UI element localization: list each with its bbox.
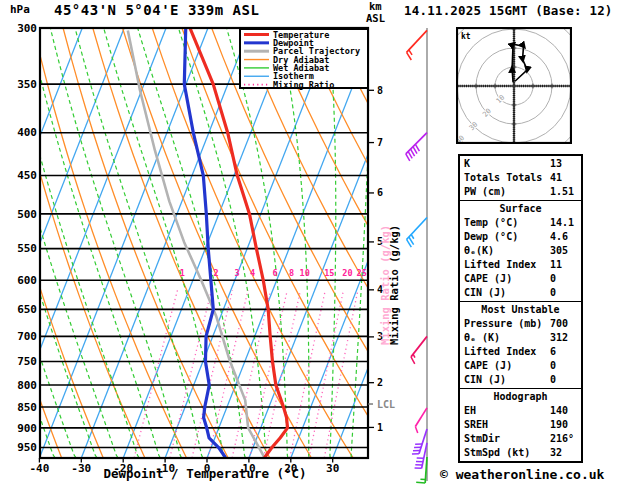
legend: TemperatureDewpointParcel TrajectoryDry …	[240, 29, 368, 90]
table-row-value: 0	[550, 373, 556, 387]
table-row-label: Lifted Index	[464, 258, 550, 272]
table-row-label: K	[464, 157, 550, 171]
table-row-label: StmSpd (kt)	[464, 446, 550, 460]
table-row: θₑ (K)312	[460, 331, 581, 345]
table-row-value: 6	[550, 345, 556, 359]
table-row: Lifted Index6	[460, 345, 581, 359]
table-row-label: CIN (J)	[464, 286, 550, 300]
table-row-value: 0	[550, 286, 556, 300]
table-row: Temp (°C)14.1	[460, 216, 581, 230]
table-section-header: Surface	[460, 202, 581, 216]
svg-text:4: 4	[250, 268, 255, 278]
svg-text:6: 6	[377, 187, 383, 198]
table-row: StmDir216°	[460, 432, 581, 446]
table-row: CIN (J)0	[460, 373, 581, 387]
sounding-app: hPa 45°43'N 5°04'E 339m ASL km ASL 14.11…	[0, 0, 629, 486]
svg-text:300: 300	[17, 22, 37, 35]
table-row: EH140	[460, 404, 581, 418]
table-row-label: CIN (J)	[464, 373, 550, 387]
table-row: Totals Totals41	[460, 171, 581, 185]
table-row-label: θₑ (K)	[464, 331, 550, 345]
table-row-label: PW (cm)	[464, 185, 550, 199]
table-section-header: Hodograph	[460, 390, 581, 404]
table-row: PW (cm)1.51	[460, 185, 581, 199]
svg-text:2: 2	[377, 377, 383, 388]
table-row-label: EH	[464, 404, 550, 418]
table-row-label: Totals Totals	[464, 171, 550, 185]
svg-text:400: 400	[17, 126, 37, 139]
credit-footer: © weatheronline.co.uk	[440, 467, 604, 482]
table-row-value: 190	[550, 418, 568, 432]
table-row: SREH190	[460, 418, 581, 432]
table-row-label: CAPE (J)	[464, 272, 550, 286]
table-section: HodographEH140SREH190StmDir216°StmSpd (k…	[460, 388, 581, 461]
table-row-value: 14.1	[550, 216, 574, 230]
wind-barb	[415, 408, 427, 433]
svg-text:1: 1	[377, 422, 383, 433]
table-row-label: Dewp (°C)	[464, 230, 550, 244]
table-row-value: 140	[550, 404, 568, 418]
table-row-value: 41	[550, 171, 562, 185]
table-row-value: 13	[550, 157, 562, 171]
table-row-value: 700	[550, 317, 568, 331]
svg-text:8: 8	[289, 268, 294, 278]
table-row: CIN (J)0	[460, 286, 581, 300]
svg-text:850: 850	[17, 401, 37, 414]
table-row-label: CAPE (J)	[464, 359, 550, 373]
table-row-value: 312	[550, 331, 568, 345]
svg-text:25: 25	[357, 268, 367, 278]
sounding-curves	[128, 28, 288, 458]
svg-text:800: 800	[17, 379, 37, 392]
hodograph-panel: 10203040kt	[456, 27, 572, 144]
table-row-value: 1.51	[550, 185, 574, 199]
svg-text:7: 7	[377, 137, 383, 148]
table-row-label: Pressure (mb)	[464, 317, 550, 331]
table-section: SurfaceTemp (°C)14.1Dewp (°C)4.6θₑ(K)305…	[460, 200, 581, 301]
wind-barb-column	[406, 28, 427, 483]
table-row-value: 32	[550, 446, 562, 460]
svg-text:500: 500	[17, 208, 37, 221]
svg-text:8: 8	[377, 85, 383, 96]
svg-text:6: 6	[272, 268, 277, 278]
table-row: θₑ(K)305	[460, 244, 581, 258]
table-row-value: 4.6	[550, 230, 568, 244]
svg-text:15: 15	[324, 268, 334, 278]
table-row: Lifted Index11	[460, 258, 581, 272]
table-section: K13Totals Totals41PW (cm)1.51	[460, 156, 581, 200]
wind-barb	[407, 30, 427, 60]
svg-text:Mixing Ratio: Mixing Ratio	[273, 80, 334, 90]
table-row-value: 11	[550, 258, 562, 272]
svg-text:700: 700	[17, 330, 37, 343]
svg-text:450: 450	[17, 169, 37, 182]
svg-text:950: 950	[17, 441, 37, 454]
svg-text:3: 3	[235, 268, 240, 278]
svg-text:550: 550	[17, 242, 37, 255]
temperature-axis-label: Dewpoint / Temperature (°C)	[40, 466, 370, 481]
svg-text:650: 650	[17, 303, 37, 316]
table-row: Pressure (mb)700	[460, 317, 581, 331]
table-row: StmSpd (kt)32	[460, 446, 581, 460]
svg-text:20: 20	[342, 268, 352, 278]
skewt-diagram: 1234681015202530035040045050055060065070…	[0, 0, 445, 486]
svg-text:10: 10	[300, 268, 310, 278]
svg-text:900: 900	[17, 422, 37, 435]
lcl-marker: LCL	[377, 399, 395, 410]
svg-text:600: 600	[17, 274, 37, 287]
table-row-value: 0	[550, 272, 556, 286]
table-row-label: SREH	[464, 418, 550, 432]
indices-table: K13Totals Totals41PW (cm)1.51SurfaceTemp…	[458, 154, 583, 463]
wind-barb	[411, 336, 427, 364]
table-row-value: 0	[550, 359, 556, 373]
table-row-label: StmDir	[464, 432, 550, 446]
table-row: CAPE (J)0	[460, 272, 581, 286]
svg-text:1: 1	[180, 268, 185, 278]
wind-barb	[407, 218, 427, 248]
wind-barb	[406, 133, 427, 161]
hodograph-unit-label: kt	[461, 32, 471, 41]
svg-text:2: 2	[214, 268, 219, 278]
svg-text:750: 750	[17, 355, 37, 368]
table-row: Dewp (°C)4.6	[460, 230, 581, 244]
table-row-label: Lifted Index	[464, 345, 550, 359]
table-row-label: Temp (°C)	[464, 216, 550, 230]
table-row: CAPE (J)0	[460, 359, 581, 373]
